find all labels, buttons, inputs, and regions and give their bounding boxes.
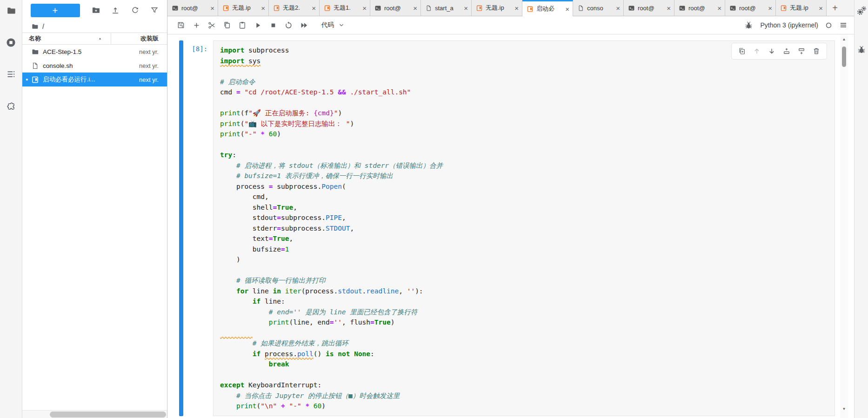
restart-run-all-button[interactable]: [297, 19, 311, 32]
refresh-button[interactable]: [129, 4, 141, 16]
property-inspector-tab[interactable]: [856, 6, 867, 16]
terminal-icon: [374, 5, 381, 12]
notebook-icon: [476, 5, 483, 12]
insert-cell-button[interactable]: [189, 19, 203, 32]
debugger-sidebar-tab[interactable]: [856, 45, 867, 55]
new-folder-button[interactable]: [90, 4, 102, 16]
tab-label: root@: [181, 5, 207, 12]
arrow-up-icon: [753, 47, 761, 55]
refresh-icon: [131, 6, 140, 15]
scrollbar-thumb[interactable]: [842, 46, 846, 67]
tab[interactable]: 启动必×: [522, 0, 573, 16]
running-sessions-icon: [6, 37, 16, 48]
scroll-up-arrow[interactable]: ▲: [840, 37, 848, 41]
file-row[interactable]: ●console.shnext yr.: [22, 59, 167, 73]
fast-forward-icon: [300, 21, 308, 30]
code-line: stdout=subprocess.PIPE,: [220, 212, 828, 223]
tab[interactable]: start_a×: [421, 0, 472, 16]
hamburger-menu-icon[interactable]: [839, 21, 848, 29]
tab[interactable]: root@×: [167, 0, 218, 16]
file-name: ACE-Step-1.5: [43, 48, 81, 55]
duplicate-cell-button[interactable]: [735, 45, 748, 57]
cell-type-dropdown[interactable]: 代码: [318, 20, 348, 31]
horizontal-scrollbar-thumb[interactable]: [50, 411, 166, 418]
tab-close-icon[interactable]: ×: [514, 5, 519, 12]
tab-label: 无题.ip: [790, 4, 816, 12]
paste-cell-button[interactable]: [235, 19, 249, 32]
kernel-name[interactable]: Python 3 (ipykernel): [760, 21, 818, 29]
tab[interactable]: root@×: [624, 0, 674, 16]
tab-close-icon[interactable]: ×: [768, 5, 772, 12]
cut-cell-button[interactable]: [205, 19, 219, 32]
tab-close-icon[interactable]: ×: [312, 5, 316, 12]
cell-collapser[interactable]: [179, 40, 183, 416]
move-cell-down-button[interactable]: [765, 45, 778, 57]
code-line: [220, 98, 828, 108]
code-line: # bufsize=1 表示行缓冲，确保一行一行实时输出: [220, 171, 828, 181]
tab-close-icon[interactable]: ×: [464, 5, 468, 12]
insert-cell-above-button[interactable]: [780, 45, 793, 57]
notebook-area[interactable]: [8]: import subprocessimport sys # 启动命令c…: [167, 34, 854, 418]
tab-close-icon[interactable]: ×: [565, 6, 569, 13]
debugger-icon[interactable]: [744, 21, 753, 30]
code-editor[interactable]: import subprocessimport sys # 启动命令cmd = …: [213, 40, 835, 416]
table-of-contents-tab[interactable]: [5, 68, 17, 80]
tab-close-icon[interactable]: ×: [261, 5, 265, 12]
home-folder-icon[interactable]: [31, 23, 39, 30]
extensions-tab[interactable]: [5, 100, 17, 113]
file-row[interactable]: ●ACE-Step-1.5next yr.: [22, 45, 167, 59]
code-line: shell=True,: [220, 202, 828, 213]
tab-label: root@: [384, 5, 410, 12]
tab[interactable]: 无题.ip×: [218, 0, 269, 16]
code-line: process = subprocess.Popen(: [220, 181, 828, 192]
new-tab-button[interactable]: +: [827, 0, 843, 16]
new-folder-icon: [91, 6, 100, 15]
file-browser-tab[interactable]: [5, 5, 17, 17]
notebook-scrollbar[interactable]: ▲ ▼: [840, 34, 848, 418]
column-header-name[interactable]: 名称: [29, 34, 41, 43]
new-launcher-button[interactable]: [31, 4, 80, 17]
plus-icon: [193, 21, 200, 29]
tab-close-icon[interactable]: ×: [819, 5, 823, 12]
tab-close-icon[interactable]: ×: [616, 5, 620, 12]
file-browser-panel: / 名称 改装版 ●ACE-Step-1.5next yr.●console.s…: [22, 0, 167, 418]
running-sessions-tab[interactable]: [5, 36, 17, 48]
tab-close-icon[interactable]: ×: [717, 5, 721, 12]
tab[interactable]: root@×: [674, 0, 725, 16]
code-line: for line in iter(process.stdout.readline…: [220, 286, 828, 297]
breadcrumb-path[interactable]: /: [42, 23, 44, 30]
tab[interactable]: 无题2.×: [269, 0, 320, 16]
interrupt-kernel-button[interactable]: [266, 19, 280, 32]
file-browser-horizontal-scrollbar[interactable]: [22, 410, 167, 418]
code-line: # 当你点击 Jupyter 的停止按钮（■）时会触发这里: [220, 391, 828, 401]
terminal-icon: [729, 5, 736, 12]
bug-icon: [857, 45, 866, 54]
tab[interactable]: 无题.ip×: [776, 0, 827, 16]
code-line: break: [220, 359, 828, 370]
column-header-modified[interactable]: 改装版: [111, 33, 167, 44]
tab-close-icon[interactable]: ×: [362, 5, 367, 12]
tab-close-icon[interactable]: ×: [413, 5, 417, 12]
tab[interactable]: root@×: [370, 0, 421, 16]
upload-button[interactable]: [109, 4, 121, 16]
save-button[interactable]: [174, 19, 188, 32]
file-row[interactable]: ●启动必看必运行.i...next yr.: [22, 73, 167, 86]
scroll-down-arrow[interactable]: ▼: [840, 407, 848, 411]
run-button[interactable]: [251, 19, 265, 32]
tab[interactable]: conso×: [573, 0, 624, 16]
tab[interactable]: root@×: [725, 0, 776, 16]
file-list-header: 名称 改装版: [22, 33, 167, 45]
tab-close-icon[interactable]: ×: [667, 5, 671, 12]
sort-ascending-icon[interactable]: [98, 36, 102, 41]
code-line: bufsize=1: [220, 244, 828, 255]
delete-cell-button[interactable]: [810, 45, 823, 57]
copy-cell-button[interactable]: [220, 19, 234, 32]
filter-files-button[interactable]: [148, 4, 160, 16]
insert-cell-below-button[interactable]: [795, 45, 808, 57]
tab-close-icon[interactable]: ×: [210, 5, 214, 12]
tab[interactable]: 无题.ip×: [472, 0, 522, 16]
tab[interactable]: 无题1.×: [320, 0, 370, 16]
notebook-icon: [222, 5, 229, 12]
move-cell-up-button[interactable]: [750, 45, 763, 57]
restart-kernel-button[interactable]: [281, 19, 295, 32]
